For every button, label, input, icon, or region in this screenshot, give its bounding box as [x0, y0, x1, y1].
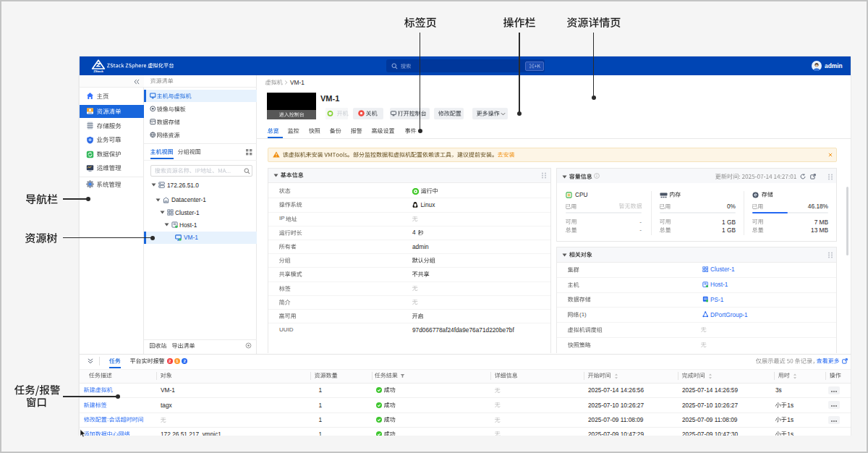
svg-text:ZStack: ZStack [93, 69, 103, 72]
